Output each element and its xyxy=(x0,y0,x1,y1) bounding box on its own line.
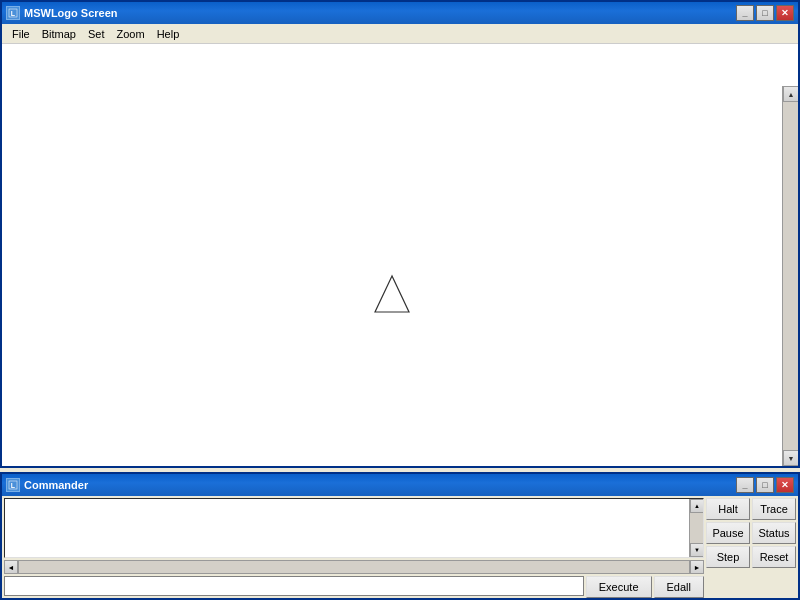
canvas-area: ▲ ▼ xyxy=(2,44,798,466)
menu-bitmap[interactable]: Bitmap xyxy=(36,26,82,42)
halt-button[interactable]: Halt xyxy=(706,498,750,520)
commander-close-button[interactable]: ✕ xyxy=(776,477,794,493)
menu-set[interactable]: Set xyxy=(82,26,111,42)
svg-text:L: L xyxy=(11,482,16,489)
close-button[interactable]: ✕ xyxy=(776,5,794,21)
output-scroll-track[interactable] xyxy=(690,513,703,543)
status-button[interactable]: Status xyxy=(752,522,796,544)
command-input[interactable] xyxy=(4,576,584,596)
main-window-title: MSWLogo Screen xyxy=(24,7,736,19)
menu-bar: File Bitmap Set Zoom Help xyxy=(2,24,798,44)
trace-button[interactable]: Trace xyxy=(752,498,796,520)
svg-text:L: L xyxy=(11,10,16,17)
h-scroll-right-arrow[interactable]: ► xyxy=(690,560,704,574)
main-window-controls: _ □ ✕ xyxy=(736,5,794,21)
buttons-row-3: Step Reset xyxy=(706,546,796,568)
output-scroll-down[interactable]: ▼ xyxy=(690,543,704,557)
maximize-button[interactable]: □ xyxy=(756,5,774,21)
menu-zoom[interactable]: Zoom xyxy=(111,26,151,42)
commander-window: L Commander _ □ ✕ ▲ ▼ ◄ xyxy=(0,472,800,600)
buttons-row-2: Pause Status xyxy=(706,522,796,544)
buttons-row-1: Halt Trace xyxy=(706,498,796,520)
commander-title-text: Commander xyxy=(24,479,736,491)
main-window: L MSWLogo Screen _ □ ✕ File Bitmap Set Z… xyxy=(0,0,800,468)
output-text-area[interactable]: ▲ ▼ xyxy=(4,498,704,558)
h-scroll-row: ◄ ► xyxy=(4,560,704,574)
pause-button[interactable]: Pause xyxy=(706,522,750,544)
main-window-icon: L xyxy=(6,6,20,20)
commander-body: ▲ ▼ ◄ ► Execute Edall Halt Tra xyxy=(2,496,798,598)
menu-file[interactable]: File xyxy=(6,26,36,42)
commander-minimize-button[interactable]: _ xyxy=(736,477,754,493)
minimize-button[interactable]: _ xyxy=(736,5,754,21)
output-scrollbar: ▲ ▼ xyxy=(689,499,703,557)
scroll-down-arrow[interactable]: ▼ xyxy=(783,450,798,466)
commander-icon: L xyxy=(6,478,20,492)
scroll-track-right[interactable] xyxy=(783,102,798,450)
turtle-canvas xyxy=(2,44,782,466)
commander-window-controls: _ □ ✕ xyxy=(736,477,794,493)
main-title-bar: L MSWLogo Screen _ □ ✕ xyxy=(2,2,798,24)
edall-button[interactable]: Edall xyxy=(654,576,704,598)
scroll-up-arrow[interactable]: ▲ xyxy=(783,86,798,102)
command-buttons-panel: Halt Trace Pause Status Step Reset xyxy=(706,498,796,596)
commander-title-bar: L Commander _ □ ✕ xyxy=(2,474,798,496)
turtle-icon xyxy=(375,276,409,312)
menu-help[interactable]: Help xyxy=(151,26,186,42)
h-scroll-left-arrow[interactable]: ◄ xyxy=(4,560,18,574)
output-scroll-up[interactable]: ▲ xyxy=(690,499,704,513)
execute-button[interactable]: Execute xyxy=(586,576,652,598)
step-button[interactable]: Step xyxy=(706,546,750,568)
commander-maximize-button[interactable]: □ xyxy=(756,477,774,493)
output-area: ▲ ▼ ◄ ► Execute Edall xyxy=(4,498,704,596)
main-scrollbar-right: ▲ ▼ xyxy=(782,86,798,466)
h-scroll-track[interactable] xyxy=(18,560,690,574)
input-row: Execute Edall xyxy=(4,576,704,596)
reset-button[interactable]: Reset xyxy=(752,546,796,568)
